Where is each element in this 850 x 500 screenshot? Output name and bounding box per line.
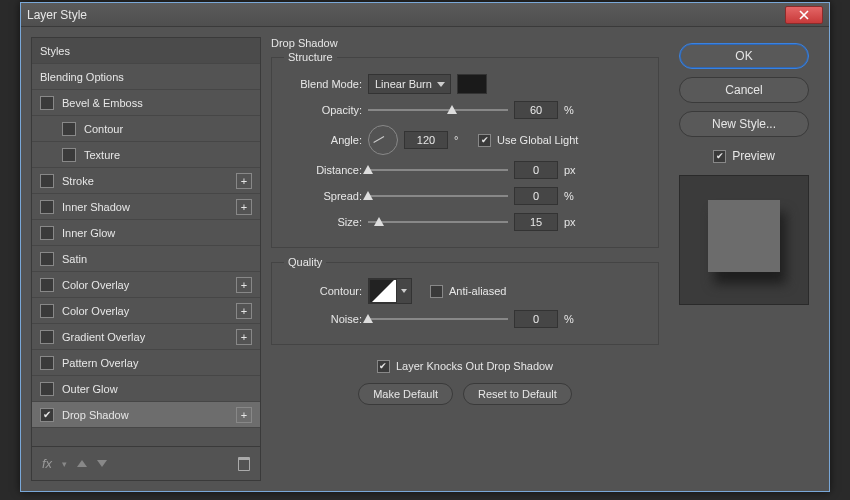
add-effect-icon[interactable]: +	[236, 303, 252, 319]
add-effect-icon[interactable]: +	[236, 329, 252, 345]
move-up-icon[interactable]	[77, 460, 87, 467]
style-contour[interactable]: Contour	[32, 116, 260, 142]
checkbox-icon[interactable]	[40, 382, 54, 396]
style-drop-shadow[interactable]: Drop Shadow+	[32, 402, 260, 428]
style-color-overlay-2[interactable]: Color Overlay+	[32, 298, 260, 324]
style-gradient-overlay[interactable]: Gradient Overlay+	[32, 324, 260, 350]
preview-thumbnail	[679, 175, 809, 305]
styles-footer: fx ▾	[32, 446, 260, 480]
noise-input[interactable]: 0	[514, 310, 558, 328]
checkbox-icon[interactable]	[40, 330, 54, 344]
knockout-checkbox[interactable]	[377, 360, 390, 373]
checkbox-icon[interactable]	[40, 356, 54, 370]
global-light-checkbox[interactable]	[478, 134, 491, 147]
style-outer-glow[interactable]: Outer Glow	[32, 376, 260, 402]
dialog-title: Layer Style	[27, 8, 785, 22]
style-stroke[interactable]: Stroke+	[32, 168, 260, 194]
distance-label: Distance:	[284, 164, 362, 176]
ok-button[interactable]: OK	[679, 43, 809, 69]
style-inner-glow[interactable]: Inner Glow	[32, 220, 260, 246]
move-down-icon[interactable]	[97, 460, 107, 467]
style-pattern-overlay[interactable]: Pattern Overlay	[32, 350, 260, 376]
right-panel: OK Cancel New Style... Preview	[669, 37, 819, 481]
blend-mode-label: Blend Mode:	[284, 78, 362, 90]
checkbox-icon[interactable]	[40, 226, 54, 240]
styles-list: Styles Blending Options Bevel & Emboss C…	[32, 38, 260, 446]
size-slider[interactable]	[368, 214, 508, 230]
global-light-label: Use Global Light	[497, 134, 578, 146]
settings-panel: Drop Shadow Structure Blend Mode: Linear…	[271, 37, 659, 481]
checkbox-icon[interactable]	[62, 122, 76, 136]
distance-slider[interactable]	[368, 162, 508, 178]
titlebar[interactable]: Layer Style	[21, 3, 829, 27]
checkbox-icon[interactable]	[40, 408, 54, 422]
contour-label: Contour:	[284, 285, 362, 297]
checkbox-icon[interactable]	[62, 148, 76, 162]
layer-style-dialog: Layer Style Styles Blending Options Beve…	[20, 2, 830, 492]
antialiased-label: Anti-aliased	[449, 285, 506, 297]
opacity-label: Opacity:	[284, 104, 362, 116]
style-bevel-emboss[interactable]: Bevel & Emboss	[32, 90, 260, 116]
spread-label: Spread:	[284, 190, 362, 202]
structure-group: Structure Blend Mode: Linear Burn Opacit…	[271, 51, 659, 248]
spread-slider[interactable]	[368, 188, 508, 204]
style-satin[interactable]: Satin	[32, 246, 260, 272]
shadow-color-swatch[interactable]	[457, 74, 487, 94]
angle-dial[interactable]	[368, 125, 398, 155]
checkbox-icon[interactable]	[40, 278, 54, 292]
angle-label: Angle:	[284, 134, 362, 146]
quality-group: Quality Contour: Anti-aliased Noise: 0 %	[271, 256, 659, 345]
opacity-slider[interactable]	[368, 102, 508, 118]
close-icon	[799, 10, 809, 20]
size-label: Size:	[284, 216, 362, 228]
fx-caret-icon: ▾	[62, 459, 67, 469]
checkbox-icon[interactable]	[40, 174, 54, 188]
add-effect-icon[interactable]: +	[236, 199, 252, 215]
close-button[interactable]	[785, 6, 823, 24]
new-style-button[interactable]: New Style...	[679, 111, 809, 137]
cancel-button[interactable]: Cancel	[679, 77, 809, 103]
chevron-down-icon	[397, 279, 411, 303]
contour-swatch-icon	[369, 279, 397, 303]
spread-input[interactable]: 0	[514, 187, 558, 205]
add-effect-icon[interactable]: +	[236, 407, 252, 423]
preview-checkbox[interactable]	[713, 150, 726, 163]
add-effect-icon[interactable]: +	[236, 173, 252, 189]
style-color-overlay[interactable]: Color Overlay+	[32, 272, 260, 298]
reset-default-button[interactable]: Reset to Default	[463, 383, 572, 405]
checkbox-icon[interactable]	[40, 252, 54, 266]
add-effect-icon[interactable]: +	[236, 277, 252, 293]
styles-header[interactable]: Styles	[32, 38, 260, 64]
panel-title: Drop Shadow	[271, 37, 659, 49]
distance-input[interactable]: 0	[514, 161, 558, 179]
style-blending-options[interactable]: Blending Options	[32, 64, 260, 90]
opacity-input[interactable]: 60	[514, 101, 558, 119]
contour-picker[interactable]	[368, 278, 412, 304]
knockout-label: Layer Knocks Out Drop Shadow	[396, 360, 553, 372]
angle-input[interactable]: 120	[404, 131, 448, 149]
checkbox-icon[interactable]	[40, 96, 54, 110]
trash-icon[interactable]	[238, 457, 250, 471]
antialiased-checkbox[interactable]	[430, 285, 443, 298]
checkbox-icon[interactable]	[40, 200, 54, 214]
make-default-button[interactable]: Make Default	[358, 383, 453, 405]
fx-menu-button[interactable]: fx	[42, 456, 52, 471]
noise-label: Noise:	[284, 313, 362, 325]
style-inner-shadow[interactable]: Inner Shadow+	[32, 194, 260, 220]
checkbox-icon[interactable]	[40, 304, 54, 318]
noise-slider[interactable]	[368, 311, 508, 327]
styles-panel: Styles Blending Options Bevel & Emboss C…	[31, 37, 261, 481]
size-input[interactable]: 15	[514, 213, 558, 231]
preview-label: Preview	[732, 149, 775, 163]
preview-square-icon	[708, 200, 780, 272]
blend-mode-dropdown[interactable]: Linear Burn	[368, 74, 451, 94]
style-texture[interactable]: Texture	[32, 142, 260, 168]
